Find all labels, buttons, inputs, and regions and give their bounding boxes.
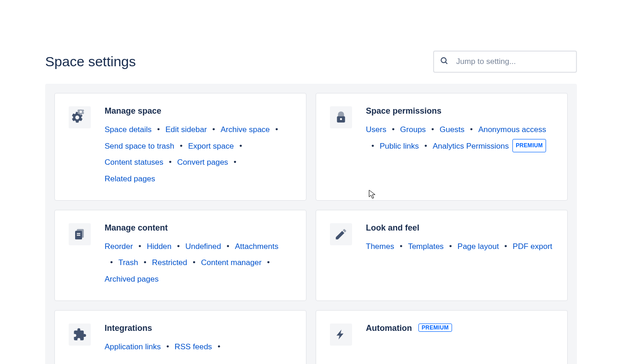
link-reorder[interactable]: Reorder: [105, 238, 133, 255]
search-icon: [440, 56, 449, 67]
automation-title-text: Automation: [366, 324, 412, 333]
link-groups[interactable]: Groups: [400, 121, 426, 138]
link-anonymous-access[interactable]: Anonymous access: [478, 121, 546, 138]
premium-badge: PREMIUM: [418, 324, 452, 332]
separator-dot: •: [444, 238, 458, 254]
link-content-manager[interactable]: Content manager: [201, 254, 261, 271]
bolt-icon: [330, 324, 352, 346]
separator-dot: •: [138, 254, 152, 271]
link-templates[interactable]: Templates: [408, 238, 443, 255]
separator-dot: •: [207, 121, 221, 138]
link-attachments[interactable]: Attachments: [235, 238, 279, 255]
separator-dot: •: [386, 121, 400, 138]
separator-dot: •: [426, 121, 440, 138]
link-edit-sidebar[interactable]: Edit sidebar: [165, 121, 207, 138]
search-input[interactable]: [433, 51, 577, 73]
link-themes[interactable]: Themes: [366, 238, 394, 255]
link-content-statuses[interactable]: Content statuses: [105, 154, 164, 171]
separator-dot: •: [366, 138, 380, 154]
link-convert-pages[interactable]: Convert pages: [177, 154, 229, 171]
separator-dot: •: [161, 338, 175, 355]
link-public-links[interactable]: Public links: [380, 138, 419, 155]
card-title-automation: Automation PREMIUM: [366, 324, 552, 333]
links-integrations: Application links• RSS feeds•: [105, 339, 291, 355]
separator-dot: •: [228, 154, 242, 170]
card-title-integrations: Integrations: [105, 324, 291, 333]
links-look-and-feel: Themes• Templates• Page layout• PDF expo…: [366, 238, 552, 255]
svg-point-3: [340, 118, 342, 121]
links-space-permissions: Users• Groups• Guests• Anonymous access•…: [366, 121, 552, 154]
link-users[interactable]: Users: [366, 121, 386, 138]
separator-dot: •: [419, 138, 433, 154]
separator-dot: •: [174, 138, 188, 154]
link-send-space-to-trash[interactable]: Send space to trash: [105, 138, 174, 155]
link-space-details[interactable]: Space details: [105, 121, 152, 138]
links-manage-content: Reorder• Hidden• Undefined• Attachments•…: [105, 238, 291, 288]
separator-dot: •: [212, 338, 226, 355]
puzzle-icon: [69, 324, 91, 346]
svg-rect-6: [77, 233, 81, 234]
link-application-links[interactable]: Application links: [105, 339, 161, 355]
separator-dot: •: [105, 254, 118, 271]
card-manage-space: Manage space Space details• Edit sidebar…: [54, 93, 306, 201]
link-archived-pages[interactable]: Archived pages: [105, 271, 159, 288]
link-guests[interactable]: Guests: [440, 121, 464, 138]
card-title-space-permissions: Space permissions: [366, 106, 552, 116]
separator-dot: •: [262, 254, 276, 271]
space-settings-page: Space settings Manage space Space detail…: [0, 0, 623, 364]
page-title: Space settings: [45, 54, 136, 69]
svg-point-0: [441, 58, 446, 63]
card-automation: Automation PREMIUM: [316, 310, 568, 364]
separator-dot: •: [464, 121, 478, 138]
card-title-look-and-feel: Look and feel: [366, 223, 552, 233]
search-wrap: [433, 51, 577, 73]
link-rss-feeds[interactable]: RSS feeds: [175, 339, 212, 355]
link-hidden[interactable]: Hidden: [147, 238, 171, 255]
svg-line-1: [446, 62, 447, 64]
link-restricted[interactable]: Restricted: [152, 254, 188, 271]
cards-grid: Manage space Space details• Edit sidebar…: [45, 84, 577, 364]
pencil-icon: [330, 223, 352, 245]
svg-rect-7: [77, 235, 81, 236]
card-manage-content: Manage content Reorder• Hidden• Undefine…: [54, 210, 306, 301]
link-page-layout[interactable]: Page layout: [458, 238, 499, 255]
link-archive-space[interactable]: Archive space: [221, 121, 270, 138]
separator-dot: •: [499, 238, 513, 254]
gears-icon: [69, 106, 91, 128]
separator-dot: •: [221, 238, 235, 254]
link-trash[interactable]: Trash: [118, 254, 138, 271]
links-manage-space: Space details• Edit sidebar• Archive spa…: [105, 121, 291, 187]
separator-dot: •: [394, 238, 408, 254]
card-integrations: Integrations Application links• RSS feed…: [54, 310, 306, 364]
link-undefined[interactable]: Undefined: [185, 238, 221, 255]
card-space-permissions: Space permissions Users• Groups• Guests•…: [316, 93, 568, 201]
header-row: Space settings: [45, 0, 577, 84]
separator-dot: •: [270, 121, 284, 138]
separator-dot: •: [152, 121, 165, 138]
separator-dot: •: [133, 238, 147, 254]
link-related-pages[interactable]: Related pages: [105, 171, 155, 187]
premium-badge: PREMIUM: [512, 139, 546, 152]
card-title-manage-space: Manage space: [105, 106, 291, 116]
link-export-space[interactable]: Export space: [188, 138, 234, 155]
link-pdf-export[interactable]: PDF export: [513, 238, 552, 255]
documents-icon: [69, 223, 91, 245]
separator-dot: •: [171, 238, 185, 254]
lock-icon: [330, 106, 352, 128]
separator-dot: •: [164, 154, 177, 170]
separator-dot: •: [234, 138, 247, 154]
separator-dot: •: [187, 254, 201, 271]
card-title-manage-content: Manage content: [105, 223, 291, 233]
link-analytics-permissions[interactable]: Analytics Permissions: [433, 138, 509, 155]
card-look-and-feel: Look and feel Themes• Templates• Page la…: [316, 210, 568, 301]
